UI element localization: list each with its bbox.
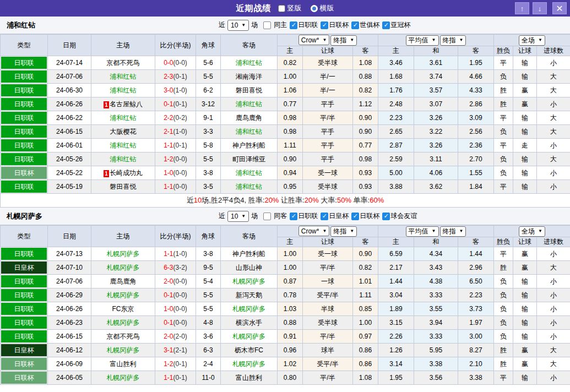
cell-score: 1-2(0-1): [155, 357, 196, 371]
cell-date: 24-07-13: [48, 247, 91, 261]
column-subheader: 主: [378, 237, 414, 247]
filter-controls: 近10▼场同客✓日职联✓日皇杯✓日联杯✓球会友谊: [216, 211, 417, 222]
league-filter-checkbox[interactable]: ✓: [351, 21, 359, 29]
odds-stage-select[interactable]: 终指▼: [330, 226, 357, 237]
fulltime-score: 0-0: [164, 59, 173, 67]
cell-avg-home: 1.26: [378, 344, 414, 357]
table-row: 日职联24-07-13札幌冈萨多1-1(1-0)3-8神户胜利船1.00受一球0…: [1, 247, 570, 261]
cell-away-team: 神户胜利船: [221, 139, 278, 153]
cell-score: 0-1(0-0): [155, 288, 196, 302]
cell-avg-home: 2.87: [378, 139, 414, 153]
cell-result-wdl: 负: [494, 125, 513, 139]
home-team-name: 富山胜利: [110, 360, 137, 368]
cell-avg-home: 2.48: [378, 97, 414, 111]
average-select[interactable]: 平均值▼: [406, 35, 439, 46]
cell-home-odds: 1.03: [278, 302, 303, 316]
average-select-group: 平均值▼终指▼: [378, 226, 494, 237]
cell-home-odds: 0.98: [278, 111, 303, 125]
match-scope-select[interactable]: 全场▼: [519, 226, 545, 237]
cell-home-odds: 1.06: [278, 84, 303, 97]
league-filter-checkbox[interactable]: ✓: [321, 213, 328, 220]
cell-result-goals: 小: [537, 56, 570, 70]
league-filter-checkbox[interactable]: ✓: [290, 21, 297, 29]
away-team-name: 札幌冈萨多: [232, 277, 265, 285]
layout-radio-1[interactable]: 横版: [311, 3, 334, 13]
league-filter-label: 亚冠杯: [390, 20, 410, 30]
home-team-name: 浦和红钻: [110, 114, 137, 122]
radio-label: 竖版: [287, 3, 302, 13]
cell-date: 24-06-01: [48, 139, 91, 153]
move-up-button[interactable]: ↑: [515, 2, 529, 14]
fulltime-score: 2-0: [164, 333, 173, 340]
cell-result-wdl: 胜: [494, 84, 513, 97]
cell-away-odds: 0.88: [353, 70, 378, 84]
cell-avg-away: 1.95: [458, 56, 494, 70]
chevron-down-icon: ▼: [459, 229, 464, 233]
match-count-select[interactable]: 10▼: [227, 211, 249, 222]
cell-avg-home: 1.76: [378, 84, 414, 97]
league-filter-checkbox[interactable]: ✓: [290, 213, 297, 220]
league-filter-checkbox[interactable]: ✓: [321, 21, 328, 29]
cell-result-goals: 大: [537, 261, 570, 275]
cell-corners: 3-5: [196, 180, 221, 194]
column-subheader: 进球数: [537, 46, 570, 56]
cell-score: 1-1(1-0): [155, 247, 196, 261]
cell-handicap: 一球: [303, 275, 353, 288]
odds-stage-select[interactable]: 终指▼: [330, 35, 357, 46]
away-team-name: 神户胜利船: [232, 141, 265, 149]
avg-stage-select[interactable]: 终指▼: [440, 226, 466, 237]
league-filter-checkbox[interactable]: ✓: [382, 21, 390, 29]
cell-handicap: 平/半: [303, 111, 353, 125]
column-header: 比分(半场): [155, 35, 196, 56]
move-down-button[interactable]: ↓: [533, 2, 547, 14]
cell-home-odds: 1.11: [278, 139, 303, 153]
cell-result-goals: 大: [537, 344, 570, 357]
results-table: 类型日期主场比分(半场)角球客场Crow*▼终指▼平均值▼终指▼全场▼主让球客主…: [0, 34, 570, 208]
league-filter-checkbox[interactable]: ✓: [382, 213, 390, 220]
table-row: 日职联24-06-30浦和红钻3-0(1-0)6-2磐田喜悦1.06半/一0.8…: [1, 84, 570, 97]
column-header: 日期: [48, 35, 91, 56]
cell-result-handicap: 输: [513, 371, 537, 385]
cell-away-team: 浦和红钻: [221, 56, 278, 70]
cell-league: 日职联: [1, 111, 48, 125]
radio-label: 横版: [320, 3, 334, 13]
cell-avg-away: 4.33: [458, 84, 494, 97]
cell-score: 3-1(2-1): [155, 344, 196, 357]
cell-away-team: 浦和红钻: [221, 166, 278, 180]
league-filter-checkbox[interactable]: ✓: [351, 213, 359, 220]
summary-segment: 让胜率:: [279, 196, 304, 204]
cell-result-goals: 大: [537, 70, 570, 84]
match-count-select[interactable]: 10▼: [227, 20, 249, 31]
close-button[interactable]: ✕: [552, 2, 567, 14]
select-value: 终指: [333, 36, 346, 45]
table-row: 日职联24-06-261名古屋鲸八0-1(0-1)3-12浦和红钻0.77平手1…: [1, 97, 570, 111]
cell-home-team: 札幌冈萨多: [91, 247, 155, 261]
league-badge: 日职联: [1, 112, 47, 124]
cell-league: 日职联: [1, 247, 48, 261]
avg-stage-select[interactable]: 终指▼: [440, 35, 466, 46]
away-team-name: 札幌冈萨多: [232, 333, 265, 340]
home-team-name: 浦和红钻: [110, 141, 137, 149]
cell-home-team: 大阪樱花: [91, 125, 155, 139]
cell-away-team: 横滨水手: [221, 316, 278, 330]
cell-league: 日职联: [1, 302, 48, 316]
match-scope-select[interactable]: 全场▼: [519, 35, 545, 46]
cell-away-odds: 0.97: [353, 330, 378, 344]
cell-avg-draw: 3.55: [414, 302, 458, 316]
league-badge: 日职联: [1, 57, 47, 69]
odds-company-select[interactable]: Crow*▼: [298, 226, 330, 236]
cell-score: 0-1(0-1): [155, 97, 196, 111]
layout-radio-0[interactable]: 竖版: [278, 3, 302, 13]
league-badge: 日职联: [1, 153, 47, 165]
cell-league: 日职联: [1, 330, 48, 344]
check-icon: ✓: [353, 21, 358, 29]
cell-home-odds: 0.91: [278, 330, 303, 344]
average-select[interactable]: 平均值▼: [406, 226, 439, 237]
cell-away-team: 富山胜利: [221, 371, 278, 385]
odds-company-select[interactable]: Crow*▼: [298, 35, 330, 45]
chevron-down-icon: ▼: [350, 38, 354, 42]
same-venue-checkbox[interactable]: [263, 21, 271, 29]
same-venue-checkbox[interactable]: [263, 213, 271, 220]
cell-result-wdl: 平: [494, 111, 513, 125]
cell-avg-home: 3.04: [378, 288, 414, 302]
